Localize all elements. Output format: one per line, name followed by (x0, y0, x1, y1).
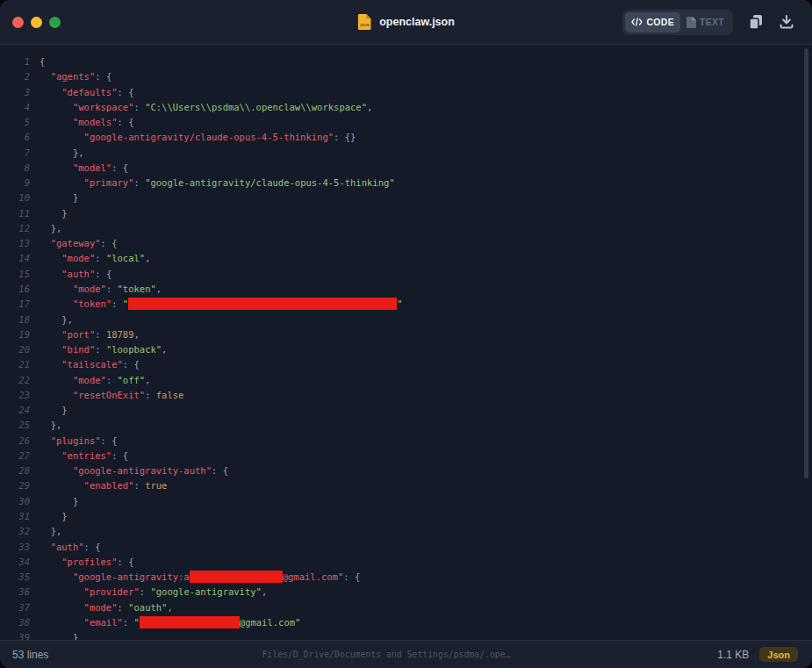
text-file-icon (686, 17, 696, 28)
file-viewer-window: JSON openclaw.json CODE TEXT (0, 0, 812, 668)
code-line: 33 "auth": { (0, 540, 812, 555)
line-number: 21 (8, 357, 30, 372)
code-line: 19 "port": 18789, (0, 327, 812, 342)
line-number: 7 (8, 146, 30, 161)
line-content: }, (40, 221, 61, 236)
line-content: "models": { (40, 115, 134, 130)
text-view-label: TEXT (700, 17, 724, 27)
code-line: 5 "models": { (0, 115, 812, 130)
line-content: "primary": "google-antigravity/claude-op… (40, 176, 395, 190)
line-number: 19 (8, 327, 30, 342)
code-line: 24 } (0, 403, 812, 418)
line-number: 1 (8, 54, 30, 69)
code-line: 1{ (0, 54, 812, 69)
code-line: 37 "mode": "oauth", (0, 600, 812, 615)
code-line: 22 "mode": "off", (0, 373, 812, 388)
code-line: 20 "bind": "loopback", (0, 342, 812, 357)
line-content: "google-antigravity/claude-opus-4-5-thin… (40, 130, 356, 145)
line-content: "mode": "off", (40, 373, 150, 388)
line-content: "google-antigravity:a@gmail.com": { (40, 570, 360, 585)
code-line: 34 "profiles": { (0, 555, 812, 570)
line-number: 31 (8, 509, 30, 524)
line-count-label: 53 lines (12, 649, 48, 661)
code-line: 10 } (0, 190, 812, 205)
code-line: 36 "provider": "google-antigravity", (0, 585, 812, 600)
code-line: 31 } (0, 509, 812, 524)
scrollbar-thumb[interactable] (804, 48, 808, 478)
line-number: 30 (8, 494, 30, 509)
zoom-button[interactable] (49, 17, 61, 28)
code-view-button[interactable]: CODE (625, 12, 680, 32)
titlebar: JSON openclaw.json CODE TEXT (0, 0, 812, 45)
line-number: 36 (8, 585, 30, 600)
code-line: 3 "defaults": { (0, 85, 812, 100)
line-content: }, (40, 312, 73, 327)
line-number: 29 (8, 478, 30, 493)
line-number: 24 (8, 403, 30, 418)
line-number: 37 (8, 600, 30, 615)
line-content: } (40, 509, 68, 524)
line-content: } (40, 630, 78, 640)
line-content: "token": "" (40, 297, 403, 312)
line-number: 12 (8, 221, 30, 236)
line-content: "port": 18789, (40, 327, 140, 342)
redaction-bar (140, 616, 240, 628)
line-number: 8 (8, 161, 30, 176)
code-line: 11 } (0, 206, 812, 221)
code-line: 29 "enabled": true (0, 478, 812, 493)
copy-button[interactable] (748, 14, 764, 31)
line-content: "entries": { (40, 449, 128, 463)
line-content: "model": { (40, 161, 128, 176)
line-content: } (40, 494, 78, 509)
line-content: } (40, 190, 78, 205)
code-line: 28 "google-antigravity-auth": { (0, 463, 812, 478)
line-number: 10 (8, 190, 30, 205)
line-content: "resetOnExit": false (40, 388, 183, 403)
copy-icon (748, 14, 764, 31)
line-content: "mode": "oauth", (40, 600, 173, 615)
code-line: 18 }, (0, 312, 812, 327)
code-line: 38 "email": "@gmail.com" (0, 615, 812, 630)
line-number: 35 (8, 570, 30, 585)
code-line: 35 "google-antigravity:a@gmail.com": { (0, 570, 812, 585)
svg-text:JSON: JSON (359, 23, 369, 27)
line-content: "auth": { (40, 267, 111, 282)
line-content: "provider": "google-antigravity", (40, 585, 267, 600)
code-line: 2 "agents": { (0, 69, 812, 84)
line-number: 20 (8, 342, 30, 357)
line-number: 26 (8, 434, 30, 449)
code-line: 26 "plugins": { (0, 434, 812, 449)
line-number: 4 (8, 100, 30, 115)
line-content: }, (40, 418, 61, 433)
code-view-label: CODE (646, 17, 674, 27)
code-line: 17 "token": "" (0, 297, 812, 312)
line-number: 38 (8, 615, 30, 630)
code-line: 6 "google-antigravity/claude-opus-4-5-th… (0, 130, 812, 145)
close-button[interactable] (12, 17, 24, 28)
line-number: 14 (8, 251, 30, 266)
line-number: 32 (8, 524, 30, 539)
file-title: JSON openclaw.json (357, 0, 455, 44)
line-content: "workspace": "C:\\Users\\psdma\\.opencla… (40, 100, 372, 115)
text-view-button[interactable]: TEXT (680, 12, 730, 32)
line-content: }, (40, 524, 61, 539)
code-line: 25 }, (0, 418, 812, 433)
line-number: 23 (8, 388, 30, 403)
line-number: 13 (8, 236, 30, 251)
code-line: 30 } (0, 494, 812, 509)
line-content: "enabled": true (40, 478, 167, 493)
minimize-button[interactable] (31, 17, 42, 28)
code-line: 9 "primary": "google-antigravity/claude-… (0, 176, 812, 190)
download-button[interactable] (779, 14, 794, 30)
code-line: 39 } (0, 630, 812, 640)
line-number: 28 (8, 463, 30, 478)
line-content: "plugins": { (40, 434, 118, 449)
code-line: 16 "mode": "token", (0, 282, 812, 297)
line-number: 9 (8, 176, 30, 190)
file-path-label: Files/D_Drive/Documents and Settings/psd… (262, 650, 510, 659)
line-content: } (40, 403, 68, 418)
line-content: "auth": { (40, 540, 101, 555)
line-content: "mode": "local", (40, 251, 150, 266)
filename-label: openclaw.json (379, 16, 455, 28)
download-icon (779, 14, 794, 30)
